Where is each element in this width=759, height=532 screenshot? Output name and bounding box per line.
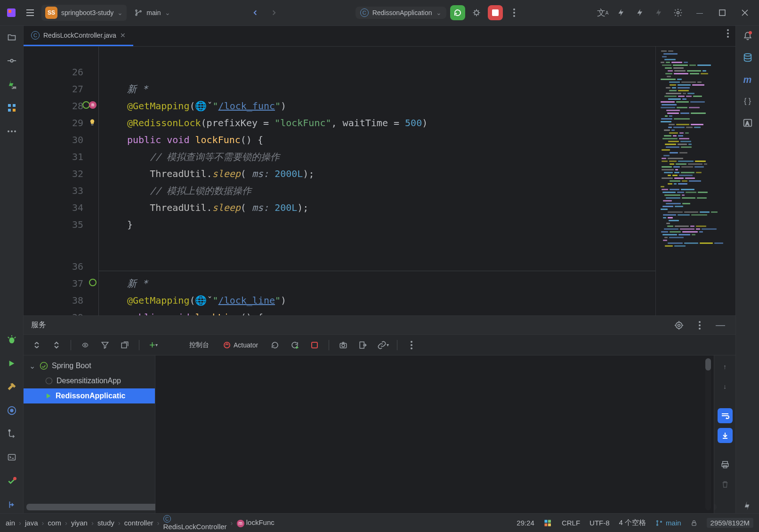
add-icon[interactable]: +▾ — [146, 338, 161, 353]
translate-icon[interactable]: 文A — [595, 5, 610, 20]
sync-icon[interactable] — [633, 5, 648, 20]
tab-redislockcontroller[interactable]: C RedisLockController.java ✕ — [24, 26, 133, 46]
main-menu-icon[interactable] — [23, 5, 38, 20]
breadcrumb-segment[interactable]: C RedisLockController — [163, 515, 227, 531]
filter-icon[interactable] — [97, 338, 113, 353]
windows-security-icon[interactable] — [544, 519, 552, 527]
running-icon — [45, 393, 52, 399]
new-window-icon[interactable] — [117, 338, 132, 353]
camera-icon[interactable] — [336, 338, 351, 353]
tree-item-label: DesensitizationApp — [57, 377, 121, 385]
actuator-tab[interactable]: Actuator — [218, 341, 263, 349]
breadcrumb-segment[interactable]: java — [25, 519, 38, 527]
svg-point-64 — [40, 363, 48, 370]
code-editor[interactable]: 262728m2930313233343536373839 新 *@GetMap… — [24, 47, 735, 315]
services-title: 服务 — [31, 320, 46, 330]
breadcrumb-segment[interactable]: ain — [6, 519, 15, 527]
branch-selector[interactable]: main ⌄ — [130, 7, 174, 19]
more-actions-icon[interactable] — [507, 5, 522, 20]
breadcrumb-segment[interactable]: yiyan — [71, 519, 88, 527]
scroll-down-icon[interactable]: ↓ — [718, 379, 733, 394]
expand-all-icon[interactable] — [29, 338, 44, 353]
caret-position[interactable]: 29:24 — [517, 519, 534, 527]
hide-panel-button[interactable]: — — [713, 318, 728, 333]
jrebel-tool-icon[interactable]: JR — [3, 76, 20, 93]
tab-options-icon[interactable] — [720, 26, 735, 41]
run-config-selector[interactable]: C RedissonApplication ⌄ — [355, 7, 446, 19]
console-rerun-icon[interactable] — [267, 338, 283, 353]
git-tool-icon[interactable] — [3, 426, 20, 443]
console-restart-icon[interactable]: ▸ — [287, 338, 302, 353]
more-tools-icon[interactable] — [3, 123, 20, 140]
project-selector[interactable]: SS springboot3-study ⌄ — [41, 5, 127, 21]
structure-tool-icon[interactable] — [3, 99, 20, 116]
nav-forward-button[interactable] — [266, 5, 282, 20]
breadcrumb-segment[interactable]: study — [97, 519, 114, 527]
console-output[interactable] — [155, 355, 714, 513]
line-separator[interactable]: CRLF — [562, 519, 580, 527]
reader-mode-icon[interactable]: A — [740, 115, 755, 130]
memory-indicator[interactable]: 2959/8192M — [707, 518, 753, 528]
project-tool-icon[interactable] — [3, 29, 20, 46]
breadcrumb-segment[interactable]: com — [48, 519, 61, 527]
target-icon[interactable] — [671, 318, 686, 333]
svg-point-30 — [10, 409, 13, 412]
nav-back-button[interactable] — [248, 5, 263, 20]
window-minimize-button[interactable]: — — [689, 5, 710, 20]
print-icon[interactable] — [718, 457, 733, 472]
scroll-to-end-icon[interactable] — [718, 428, 733, 443]
indent-setting[interactable]: 4 个空格 — [619, 518, 646, 527]
terminal-tool-icon[interactable] — [3, 449, 20, 466]
scroll-up-icon[interactable]: ↑ — [718, 359, 733, 374]
commit-tool-icon[interactable] — [3, 52, 20, 69]
show-icon[interactable] — [78, 338, 93, 353]
svg-point-46 — [678, 324, 680, 326]
search-icon[interactable] — [652, 5, 667, 20]
vcs-tool-icon[interactable] — [3, 496, 20, 513]
tree-item-label: RedissonApplicatic — [56, 392, 125, 400]
svg-point-53 — [699, 328, 701, 330]
close-icon[interactable]: ✕ — [120, 32, 126, 39]
console-stop-icon[interactable] — [307, 338, 322, 353]
window-close-button[interactable] — [735, 5, 755, 20]
run-tool-icon[interactable] — [3, 355, 20, 372]
bean-tool-icon[interactable]: { } — [740, 94, 755, 109]
debug-tool-icon[interactable] — [3, 331, 20, 348]
console-options-icon[interactable] — [404, 338, 419, 353]
collapse-all-icon[interactable] — [49, 338, 64, 353]
ai-assistant-icon[interactable] — [3, 402, 20, 419]
console-tab[interactable]: 控制台 — [185, 341, 214, 349]
settings-icon[interactable] — [670, 5, 686, 20]
tree-root-spring[interactable]: ⌄ Spring Boot — [24, 358, 155, 373]
breadcrumb-segment[interactable]: controller — [124, 519, 153, 527]
stop-button[interactable] — [488, 5, 503, 20]
trash-icon[interactable] — [718, 477, 733, 492]
soft-wrap-icon[interactable] — [718, 408, 733, 423]
minimap[interactable] — [655, 47, 735, 315]
lock-icon[interactable] — [691, 519, 697, 527]
link-icon[interactable]: ▾ — [375, 338, 390, 353]
build-tool-icon[interactable] — [3, 379, 20, 395]
breadcrumb-segment[interactable]: m lockFunc — [237, 518, 275, 527]
rerun-button[interactable] — [450, 5, 465, 20]
panel-options-icon[interactable] — [692, 318, 707, 333]
code-area[interactable]: 新 *@GetMapping(🌐ˇ"/lock_func")@RedissonL… — [99, 47, 735, 315]
jrebel-status-icon[interactable]: JR — [740, 498, 755, 513]
debug-button[interactable] — [469, 5, 484, 20]
tree-item-desensitization[interactable]: DesensitizationApp — [24, 373, 155, 388]
tree-item-redisson[interactable]: RedissonApplicatic — [24, 388, 155, 403]
code-with-me-icon[interactable] — [614, 5, 629, 20]
notifications-icon[interactable] — [740, 29, 755, 44]
exit-icon[interactable] — [355, 338, 371, 353]
file-encoding[interactable]: UTF-8 — [589, 519, 610, 527]
window-maximize-button[interactable] — [712, 5, 733, 20]
services-header: 服务 — — [24, 316, 735, 335]
problems-tool-icon[interactable] — [3, 473, 20, 490]
database-tool-icon[interactable] — [740, 50, 755, 65]
git-branch-status[interactable]: main — [655, 519, 681, 527]
svg-point-8 — [474, 11, 478, 15]
console-vscroll[interactable] — [705, 358, 711, 510]
services-tree[interactable]: ⌄ Spring Boot DesensitizationApp Redisso… — [24, 355, 155, 513]
breadcrumbs[interactable]: ain›java›com›yiyan›study›controller›C Re… — [6, 515, 275, 531]
maven-tool-icon[interactable]: m — [740, 72, 755, 87]
